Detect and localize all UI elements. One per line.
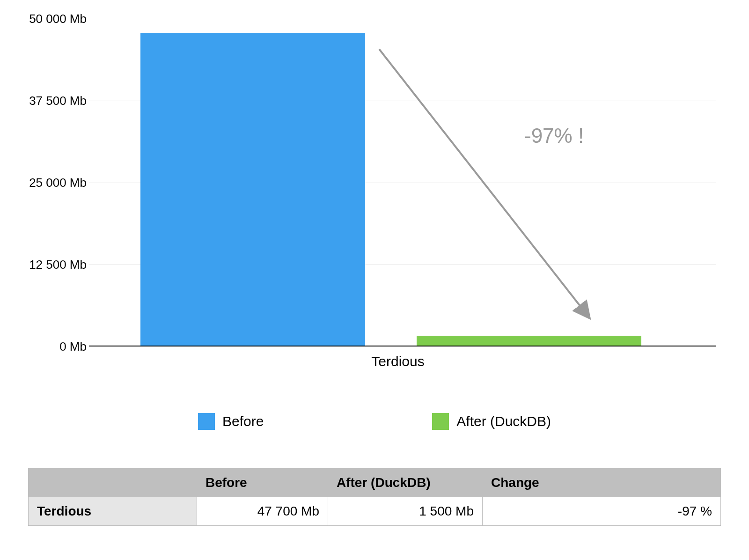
data-table: Before After (DuckDB) Change Terdious 47… — [28, 468, 721, 526]
legend-swatch-after — [432, 413, 449, 430]
grid-line — [89, 19, 716, 19]
table-header-row: Before After (DuckDB) Change — [29, 469, 721, 497]
table-cell-after: 1 500 Mb — [328, 497, 483, 526]
bar-before — [140, 33, 365, 346]
table-cell-before: 47 700 Mb — [197, 497, 328, 526]
table-cell-change: -97 % — [483, 497, 721, 526]
table-header-blank — [29, 469, 197, 497]
y-tick-3: 37 500 Mb — [28, 94, 87, 108]
svg-line-0 — [379, 49, 590, 318]
chart-container: 0 Mb 12 500 Mb 25 000 Mb 37 500 Mb 50 00… — [28, 19, 721, 403]
legend-swatch-before — [198, 413, 215, 430]
y-tick-1: 12 500 Mb — [28, 258, 87, 272]
plot-area: -97% ! — [89, 19, 716, 346]
table-header-before: Before — [197, 469, 328, 497]
legend: Before After (DuckDB) — [28, 407, 721, 435]
x-category-label: Terdious — [351, 354, 445, 369]
table-header-change: Change — [483, 469, 721, 497]
legend-item-before: Before — [198, 413, 264, 430]
legend-label-after: After (DuckDB) — [456, 413, 551, 429]
annotation-label: -97% ! — [524, 124, 584, 147]
legend-label-before: Before — [222, 413, 264, 429]
legend-item-after: After (DuckDB) — [432, 413, 551, 430]
table-row-label: Terdious — [29, 497, 197, 526]
table-header-after: After (DuckDB) — [328, 469, 483, 497]
y-tick-0: 0 Mb — [28, 339, 87, 354]
y-tick-2: 25 000 Mb — [28, 176, 87, 190]
table-row: Terdious 47 700 Mb 1 500 Mb -97 % — [29, 497, 721, 526]
y-tick-4: 50 000 Mb — [28, 12, 87, 26]
bar-after — [417, 336, 641, 346]
